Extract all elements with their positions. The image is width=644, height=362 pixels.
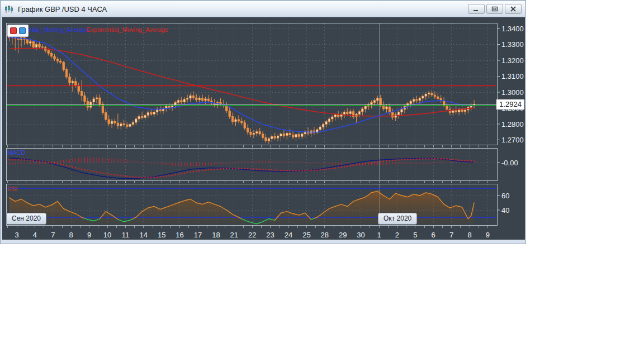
candle <box>362 109 363 112</box>
chart-canvas[interactable]: 1.34001.33001.32001.31001.30001.29001.28… <box>2 17 525 240</box>
candle <box>183 99 185 102</box>
macd-signal-dot <box>265 169 267 170</box>
macd-signal-dot <box>12 159 13 161</box>
candle <box>244 123 245 128</box>
macd-signal-dot <box>259 169 261 170</box>
macd-signal-dot <box>168 175 170 177</box>
candle <box>425 94 427 96</box>
macd-signal-dot <box>190 171 191 173</box>
candle <box>39 45 40 47</box>
candle <box>386 107 387 109</box>
macd-signal-dot <box>57 163 59 165</box>
price-axis-label: 1.3400 <box>501 25 524 33</box>
macd-signal-dot <box>413 159 415 160</box>
candle <box>343 112 345 115</box>
day-label: 28 <box>321 231 329 239</box>
candle <box>56 59 58 61</box>
macd-signal-dot <box>440 158 442 160</box>
rsi-axis-label: 60 <box>501 192 509 200</box>
candle <box>196 98 197 100</box>
chart-window: График GBP /USD 4 ЧАСА <box>0 0 526 244</box>
day-label: 21 <box>230 231 238 239</box>
candle <box>26 39 28 43</box>
ema-red-swatch-button[interactable] <box>10 27 17 34</box>
rsi-axis-label: 40 <box>501 206 509 215</box>
macd-signal-dot <box>449 159 451 160</box>
candle <box>72 82 73 83</box>
macd-signal-dot <box>84 169 86 170</box>
macd-signal-dot <box>338 167 339 169</box>
candle <box>455 111 457 112</box>
candle <box>32 41 34 47</box>
candle <box>250 132 252 135</box>
day-label: 22 <box>248 231 256 239</box>
titlebar[interactable]: График GBP /USD 4 ЧАСА <box>1 1 525 17</box>
candle <box>373 101 375 103</box>
macd-signal-dot <box>310 170 312 172</box>
macd-signal-dot <box>283 170 285 172</box>
macd-signal-dot <box>223 168 225 170</box>
candle <box>192 96 194 98</box>
macd-signal-dot <box>126 175 128 177</box>
macd-signal-dot <box>42 161 44 163</box>
candle <box>138 116 140 119</box>
candle <box>231 116 233 121</box>
candle <box>129 125 131 127</box>
price-axis-label: 1.3100 <box>501 72 524 80</box>
maximize-button[interactable] <box>486 4 503 14</box>
macd-signal-dot <box>332 168 333 169</box>
candle <box>434 95 435 97</box>
macd-signal-dot <box>362 163 363 165</box>
day-label: 6 <box>432 231 435 239</box>
macd-signal-dot <box>72 166 74 168</box>
candle <box>349 112 351 114</box>
macd-signal-dot <box>431 158 433 160</box>
macd-signal-dot <box>183 173 185 174</box>
macd-signal-dot <box>69 165 70 167</box>
candle <box>229 111 230 117</box>
candle <box>198 98 200 100</box>
day-label: 14 <box>140 231 148 239</box>
macd-signal-dot <box>410 159 411 160</box>
macd-signal-dot <box>141 177 143 178</box>
macd-signal-dot <box>172 175 173 177</box>
macd-signal-dot <box>48 162 49 164</box>
candle <box>235 120 236 122</box>
macd-signal-dot <box>422 158 424 160</box>
minimize-icon <box>473 6 480 12</box>
macd-signal-dot <box>359 164 361 165</box>
ema-slow-legend-label: Exponential_Moving_Average <box>87 26 168 33</box>
candle <box>141 116 143 117</box>
candle <box>410 102 411 104</box>
macd-signal-dot <box>178 174 179 175</box>
candle <box>50 53 52 56</box>
candle <box>90 102 92 107</box>
macd-signal-dot <box>389 160 391 161</box>
macd-signal-dot <box>356 164 357 166</box>
candle <box>30 41 31 43</box>
candle <box>358 112 360 115</box>
day-label: 7 <box>449 231 453 239</box>
candle <box>397 112 399 115</box>
close-button[interactable] <box>505 4 522 14</box>
macd-signal-dot <box>114 174 116 176</box>
candle <box>271 136 273 139</box>
macd-signal-dot <box>425 158 427 160</box>
macd-signal-dot <box>295 170 297 172</box>
macd-signal-dot <box>132 177 134 178</box>
candle <box>277 136 278 138</box>
candle <box>401 109 402 112</box>
candle <box>332 117 333 119</box>
ema-blue-swatch-button[interactable] <box>19 27 26 34</box>
candle <box>464 110 466 112</box>
candle <box>226 106 228 111</box>
macd-signal-dot <box>470 160 472 162</box>
macd-signal-dot <box>187 172 188 174</box>
candle <box>111 121 112 124</box>
minimize-button[interactable] <box>468 4 485 14</box>
day-label: 30 <box>357 231 364 239</box>
macd-signal-dot <box>392 160 394 161</box>
candle <box>35 45 37 47</box>
macd-signal-dot <box>105 173 107 174</box>
macd-signal-dot <box>181 173 182 175</box>
